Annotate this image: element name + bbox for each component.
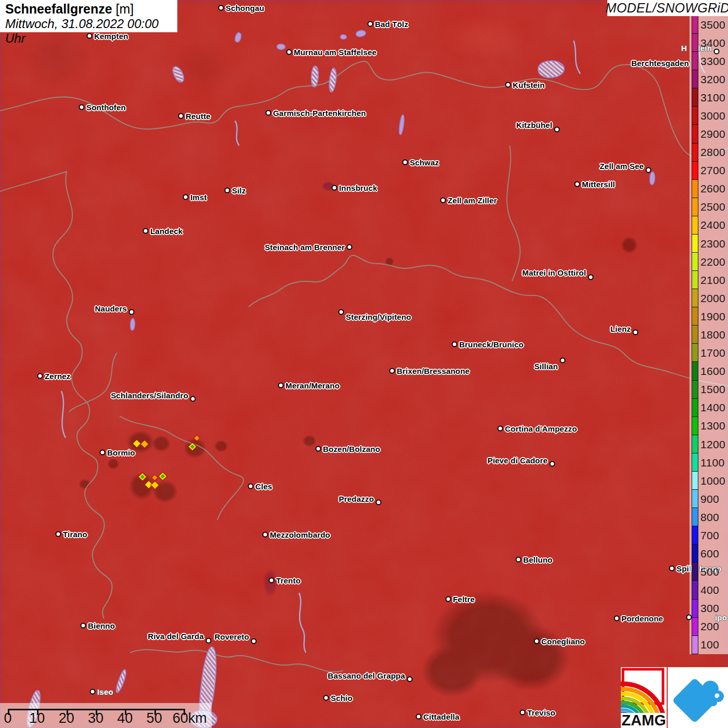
colorbar-tick-label: 2200 <box>700 256 725 268</box>
city-dot <box>686 615 692 620</box>
snowgrid-logo <box>668 667 728 728</box>
colorbar-tick-label: 1700 <box>700 347 725 359</box>
colorbar-segment <box>692 417 698 435</box>
city-label: Iseo <box>97 687 113 696</box>
colorbar-tick-label: 500 <box>700 566 719 578</box>
colorbar-tick-label: 100 <box>700 639 719 651</box>
colorbar-segment <box>692 33 698 52</box>
colorbar-tick-label: 2700 <box>700 164 725 177</box>
snowgrid-map-image: SchongauBad TölzKemptenMurnau am Staffel… <box>0 0 728 728</box>
colorbar-tick-label: 600 <box>700 548 719 560</box>
valid-datetime: Mittwoch, 31.08.2022 00:00 Uhr <box>5 17 172 46</box>
colorbar-tick-label: 1400 <box>700 401 725 414</box>
colorbar-segment <box>692 198 698 216</box>
colorbar-tick-label: 2100 <box>700 274 725 287</box>
colorbar-tick-label: 2500 <box>700 201 725 213</box>
colorbar-tick-label: 2300 <box>700 238 725 250</box>
zamg-logo: ZAMG <box>621 667 667 728</box>
colorbar-segment <box>692 106 698 125</box>
colorbar-segment <box>692 435 698 453</box>
colorbar-segment <box>692 526 698 544</box>
colorbar-tick-label: 1500 <box>700 383 725 396</box>
colorbar-segment <box>692 361 698 380</box>
colorbar-tick-label: 900 <box>700 493 719 505</box>
colorbar-segment <box>692 380 698 399</box>
colorbar-tick-label: 1000 <box>700 475 725 487</box>
colorbar-segment <box>692 307 698 326</box>
colorbar-segment <box>692 508 698 526</box>
city-label: H <box>681 44 687 53</box>
city-labels-faded-layer: HleinbergoIseoipo <box>0 0 728 728</box>
colorbar-tick-label: 3100 <box>700 92 725 104</box>
colorbar-tick-label: 3400 <box>700 37 725 49</box>
elevation-colorbar <box>692 16 698 654</box>
map-title-box: Schneefallgrenze [m] Mittwoch, 31.08.202… <box>0 0 177 32</box>
city-dot <box>90 689 96 695</box>
colorbar-segment <box>692 124 698 143</box>
colorbar-segment <box>692 453 698 472</box>
colorbar-segment <box>692 51 698 70</box>
colorbar-tick-label: 3000 <box>700 110 725 122</box>
colorbar-tick-label: 200 <box>700 620 719 633</box>
parameter-name: Schneefallgrenze <box>5 2 112 16</box>
colorbar-segment <box>692 599 698 618</box>
colorbar-segment <box>692 270 698 289</box>
city-dot <box>714 49 720 55</box>
zamg-rainbow-icon: ZAMG <box>621 667 667 728</box>
colorbar-tick-label: 700 <box>700 529 719 542</box>
parameter-unit: [m] <box>116 2 134 16</box>
colorbar-segment <box>692 88 698 107</box>
colorbar-segment <box>692 234 698 253</box>
colorbar-segment <box>692 635 698 654</box>
colorbar-segment <box>692 252 698 271</box>
snow-mountain-icon <box>668 667 728 728</box>
colorbar-tick-label: 1100 <box>700 457 724 469</box>
colorbar-tick-label: 1600 <box>700 365 725 378</box>
model-label-box: MODEL/SNOWGRiD <box>607 0 728 16</box>
zamg-logo-text: ZAMG <box>621 712 666 728</box>
colorbar-segment <box>692 343 698 362</box>
colorbar-tick-label: 1200 <box>700 438 725 451</box>
colorbar-tick-label: 400 <box>700 584 719 596</box>
colorbar-segment <box>692 398 698 417</box>
colorbar-tick-label: 800 <box>700 511 719 524</box>
colorbar-tick-label: 1800 <box>700 329 725 341</box>
colorbar-segment <box>692 216 698 235</box>
colorbar-segment <box>692 179 698 198</box>
colorbar-tick-label: 2600 <box>700 183 725 195</box>
colorbar-segment <box>692 161 698 180</box>
colorbar-tick-label: 2800 <box>700 146 725 159</box>
colorbar-segment <box>692 70 698 88</box>
colorbar-tick-label: 300 <box>700 602 719 615</box>
colorbar-segment <box>692 289 698 307</box>
colorbar-tick-label: 2400 <box>700 219 725 231</box>
colorbar-segment <box>692 489 698 508</box>
colorbar-tick-label: 3200 <box>700 73 725 86</box>
colorbar-tick-label: 3500 <box>700 19 725 31</box>
colorbar-tick-label: 1900 <box>700 310 725 323</box>
colorbar-segment <box>692 544 698 563</box>
colorbar-segment <box>692 617 698 636</box>
colorbar-segment <box>692 580 698 599</box>
map-title: Schneefallgrenze [m] <box>5 2 172 17</box>
colorbar-segment <box>692 325 698 344</box>
model-name: MODEL/SNOWGRiD <box>606 1 728 16</box>
colorbar-segment <box>692 562 698 581</box>
colorbar-segment <box>692 15 698 34</box>
colorbar-tick-label: 2000 <box>700 292 725 305</box>
colorbar-tick-label: 2900 <box>700 128 725 140</box>
colorbar-tick-label: 1300 <box>700 420 725 432</box>
colorbar-tick-label: 3300 <box>700 55 725 68</box>
colorbar-segment <box>692 143 698 162</box>
colorbar-segment <box>692 471 698 490</box>
